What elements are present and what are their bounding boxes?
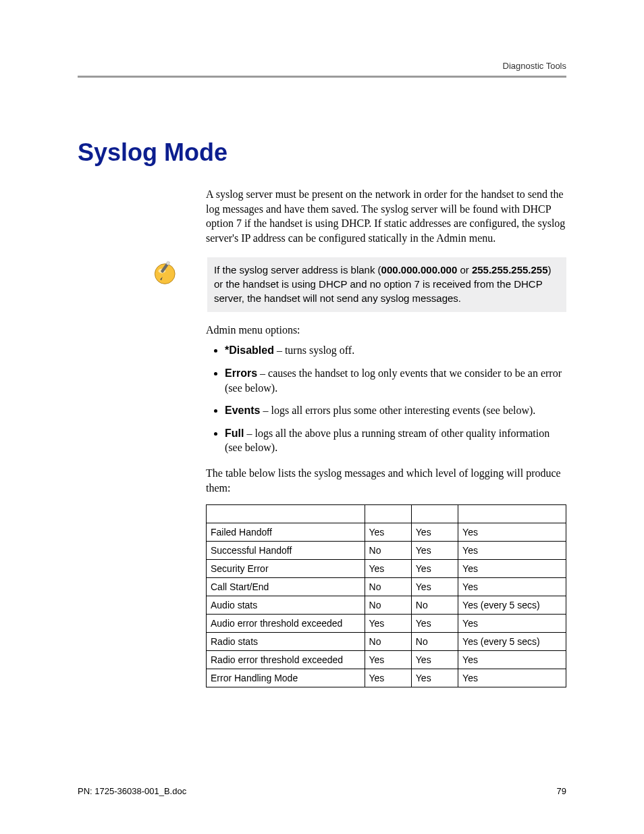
admin-menu-label: Admin menu options: xyxy=(206,324,566,336)
table-header xyxy=(411,505,458,523)
table-cell: Yes xyxy=(365,651,411,669)
option-errors: Errors – causes the handset to log only … xyxy=(225,366,566,395)
table-row: Audio statsNoNoYes (every 5 secs) xyxy=(207,596,566,615)
table-header xyxy=(207,505,365,523)
note-bold-1: 000.000.000.000 xyxy=(381,264,458,276)
table-header-row xyxy=(207,505,566,523)
option-desc: – logs all the above plus a running stre… xyxy=(225,427,549,454)
table-cell: Audio stats xyxy=(207,596,365,615)
option-desc: – turns syslog off. xyxy=(274,344,354,356)
table-cell: Yes xyxy=(458,542,566,560)
table-row: Successful HandoffNoYesYes xyxy=(207,542,566,560)
table-cell: Yes xyxy=(365,523,411,542)
table-row: Radio error threshold exceededYesYesYes xyxy=(207,651,566,669)
table-cell: Yes xyxy=(411,523,458,542)
footer-doc-id: PN: 1725-36038-001_B.doc xyxy=(78,786,186,796)
option-label: *Disabled xyxy=(225,344,274,356)
table-row: Security ErrorYesYesYes xyxy=(207,560,566,578)
table-cell: Yes xyxy=(458,560,566,578)
table-cell: Yes xyxy=(458,615,566,633)
table-cell: Yes xyxy=(411,578,458,596)
note-row: If the syslog server address is blank (0… xyxy=(78,257,566,312)
table-cell: Failed Handoff xyxy=(207,523,365,542)
table-cell: Yes xyxy=(458,578,566,596)
note-bold-2: 255.255.255.255 xyxy=(472,264,548,276)
table-cell: Yes xyxy=(411,651,458,669)
table-cell: Yes (every 5 secs) xyxy=(458,633,566,651)
table-row: Radio statsNoNoYes (every 5 secs) xyxy=(207,633,566,651)
table-cell: Yes xyxy=(365,615,411,633)
option-events: Events – logs all errors plus some other… xyxy=(225,403,566,418)
note-icon xyxy=(152,257,180,288)
table-cell: No xyxy=(365,578,411,596)
table-header xyxy=(365,505,411,523)
table-cell: Yes xyxy=(411,615,458,633)
header-section-label: Diagnostic Tools xyxy=(503,61,566,71)
option-full: Full – logs all the above plus a running… xyxy=(225,426,566,455)
table-cell: Call Start/End xyxy=(207,578,365,596)
table-cell: No xyxy=(411,596,458,615)
table-row: Error Handling ModeYesYesYes xyxy=(207,669,566,687)
option-disabled: *Disabled – turns syslog off. xyxy=(225,343,566,358)
table-row: Audio error threshold exceededYesYesYes xyxy=(207,615,566,633)
table-cell: Audio error threshold exceeded xyxy=(207,615,365,633)
option-label: Events xyxy=(225,405,260,416)
table-cell: Radio error threshold exceeded xyxy=(207,651,365,669)
table-cell: Yes xyxy=(458,523,566,542)
table-cell: No xyxy=(365,633,411,651)
option-desc: – causes the handset to log only events … xyxy=(225,367,562,394)
option-label: Full xyxy=(225,427,244,439)
table-cell: Security Error xyxy=(207,560,365,578)
header-rule xyxy=(78,76,566,78)
option-label: Errors xyxy=(225,367,257,379)
note-text-pre: If the syslog server address is blank ( xyxy=(214,264,381,276)
page: Diagnostic Tools Syslog Mode A syslog se… xyxy=(0,0,644,834)
content-area: A syslog server must be present on the n… xyxy=(206,187,566,245)
table-intro: The table below lists the syslog message… xyxy=(206,466,566,495)
table-cell: Yes xyxy=(365,669,411,687)
table-cell: No xyxy=(365,596,411,615)
table-cell: Yes xyxy=(458,651,566,669)
footer-page-number: 79 xyxy=(557,786,566,796)
table-cell: Yes xyxy=(411,560,458,578)
intro-paragraph: A syslog server must be present on the n… xyxy=(206,187,566,245)
table-body: Failed HandoffYesYesYesSuccessful Handof… xyxy=(207,523,566,687)
note-text-mid: or xyxy=(457,264,472,276)
note-box: If the syslog server address is blank (0… xyxy=(207,257,566,312)
page-title: Syslog Mode xyxy=(78,138,566,167)
table-cell: Yes (every 5 secs) xyxy=(458,596,566,615)
table-cell: Successful Handoff xyxy=(207,542,365,560)
table-cell: No xyxy=(411,633,458,651)
table-cell: Radio stats xyxy=(207,633,365,651)
option-desc: – logs all errors plus some other intere… xyxy=(260,405,535,416)
table-row: Call Start/EndNoYesYes xyxy=(207,578,566,596)
table-header xyxy=(458,505,566,523)
syslog-table: Failed HandoffYesYesYesSuccessful Handof… xyxy=(206,504,566,687)
table-cell: Yes xyxy=(458,669,566,687)
table-cell: Yes xyxy=(411,669,458,687)
options-list: *Disabled – turns syslog off. Errors – c… xyxy=(206,343,566,455)
table-cell: Yes xyxy=(365,560,411,578)
content-area-2: Admin menu options: *Disabled – turns sy… xyxy=(206,324,566,687)
table-cell: Error Handling Mode xyxy=(207,669,365,687)
table-cell: Yes xyxy=(411,542,458,560)
table-row: Failed HandoffYesYesYes xyxy=(207,523,566,542)
table-cell: No xyxy=(365,542,411,560)
